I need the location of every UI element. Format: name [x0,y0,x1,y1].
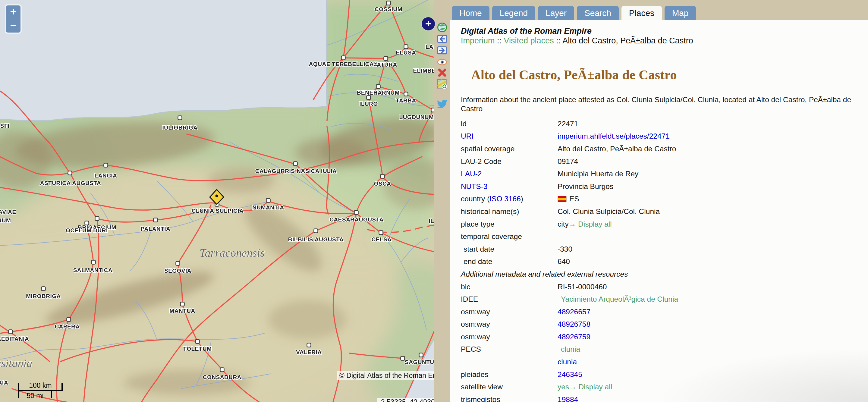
spain-flag-icon [558,196,567,202]
row-value-link[interactable]: Yacimiento ArqueolÃ³gica de Clunia [561,295,678,304]
row-label-link[interactable]: LAU-2 [461,169,482,178]
row-label-link[interactable]: URI [461,132,473,140]
breadcrumb-current: Alto del Castro, PeÃ±alba de Castro [562,36,693,45]
map-attribution: © Digital Atlas of the Roman Empire [337,371,434,380]
tab-places[interactable]: Places [621,6,662,20]
breadcrumb-link-visited-places[interactable]: Visited places [504,36,554,45]
place-table: id22471URIimperium.ahlfeldt.se/places/22… [461,118,868,402]
row-label: osm:way [461,308,490,316]
table-row: satellite viewyes → Display all [461,381,868,393]
breadcrumb-link-imperium[interactable]: Imperium [461,36,495,45]
city-label: TARBA [396,97,416,104]
eye-icon[interactable] [437,57,447,67]
globe-icon[interactable] [437,22,447,33]
table-row: id22471 [461,118,868,130]
city-label: SALMANTICA [73,267,113,273]
city-label: IULIOBRIGA [162,124,198,131]
city-label: ILURO [359,101,378,107]
city-marker [85,221,89,225]
mouse-coordinates: -2.53335, 42.49309 [377,398,434,402]
row-value-link[interactable]: → Display all [569,220,612,228]
row-value: 640 [558,257,570,266]
tab-map[interactable]: Map [664,6,696,20]
scale-mi-label: 50 mi [18,392,52,400]
row-value-link[interactable]: 48926758 [558,320,590,329]
row-label: IDEE [461,295,478,303]
page-title: Alto del Castro, PeÃ±alba de Castro [471,67,868,83]
city-marker [367,96,371,100]
window-arrow-right-icon[interactable] [437,45,447,56]
add-map-icon[interactable] [437,79,447,89]
table-row: bicRI-51-0000460 [461,281,868,293]
city-marker [387,1,391,5]
section-heading: Additional metadata and related external… [461,268,868,281]
window-arrow-left-icon[interactable] [437,34,447,44]
city-marker [419,353,423,357]
table-row: start date-330 [461,243,868,255]
city-label: AQUAE TEREBELLICAE [309,61,378,67]
table-row: clunia [461,355,868,368]
map-canvas[interactable]: Tarraconensisusitania COSSIUMELUSALACAQU… [0,0,434,402]
table-row: NUTS-3Provincia Burgos [461,180,868,193]
table-row: osm:way48926759 [461,331,868,343]
city-marker [354,211,358,215]
twitter-icon[interactable] [437,99,447,109]
expand-control[interactable]: + [422,17,435,30]
row-value-link[interactable]: 48926759 [558,333,590,341]
close-icon[interactable] [437,67,447,78]
city-label: OCELUM DURI [66,227,108,234]
zoom-in-button[interactable]: + [6,5,21,19]
tab-home[interactable]: Home [452,6,490,20]
province-label: Tarraconensis [199,247,265,259]
row-value-link[interactable]: clunia [561,345,580,353]
row-value-link[interactable]: 246345 [558,370,582,379]
row-value: 09174 [558,157,578,166]
city-label: LUGDUNUM C [399,114,434,120]
city-label: STI [0,123,9,129]
row-value-link[interactable]: 48926657 [558,308,590,316]
city-marker [181,302,184,306]
row-value-link[interactable]: → Display all [569,383,612,391]
city-label: LANCIA [95,173,117,179]
city-label: CELSA [372,236,392,243]
city-marker [384,57,388,61]
site-title: Digital Atlas of the Roman Empire [461,27,868,36]
row-label: PECS [461,345,481,353]
row-value: Col. Clunia Sulpicia/Col. Clunia [558,207,660,216]
zoom-out-button[interactable]: − [6,19,21,33]
row-label-link[interactable]: ISO 3166 [490,195,521,203]
table-row: trismegistos19884 [461,393,868,402]
city-label: CAESARAUGUSTA [330,216,383,223]
row-value-link[interactable]: yes [558,383,569,391]
breadcrumb: Imperium :: Visited places :: Alto del C… [461,36,868,45]
tab-layer[interactable]: Layer [538,6,574,20]
panel-content: Digital Atlas of the Roman Empire Imperi… [450,20,868,402]
row-value-link[interactable]: clunia [558,358,577,366]
city-label: LAC [426,44,434,50]
row-label: id [461,120,467,128]
tab-search[interactable]: Search [577,6,619,20]
table-row: IDEEYacimiento ArqueolÃ³gica de Clunia [461,293,868,306]
tab-legend[interactable]: Legend [492,6,535,20]
row-label: ) [521,195,523,203]
city-marker [67,318,71,321]
row-value-link[interactable]: imperium.ahlfeldt.se/places/22471 [558,132,670,141]
tab-bar: HomeLegendLayerSearchPlacesMap [452,5,699,20]
city-marker [104,163,108,167]
city-marker [314,229,318,233]
city-label: CLUNIA SULPICIA [192,208,244,214]
city-label: SEGOVIA [164,268,191,274]
table-row: osm:way48926657 [461,306,868,318]
city-marker [9,330,13,334]
row-value-link[interactable]: 19884 [558,395,578,402]
city-label: AVIAE [0,209,16,215]
row-label: osm:way [461,333,490,341]
row-label-link[interactable]: NUTS-3 [461,182,487,190]
city-label: BILBILIS AUGUSTA [288,236,344,243]
city-marker [195,340,199,344]
row-label: start date [464,245,494,253]
row-label: country ( [461,195,490,203]
row-value: ES [569,195,579,203]
table-row: LAU-2Municipia Huerta de Rey [461,167,868,180]
city-marker [379,231,383,235]
